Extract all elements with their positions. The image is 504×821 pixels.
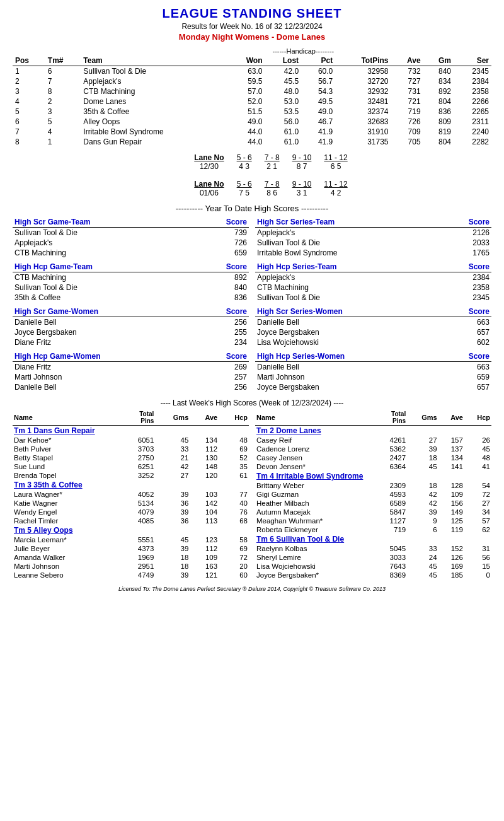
list-item: Danielle Bell 663	[255, 362, 491, 373]
list-item: CTB Machining 2358	[255, 282, 491, 293]
col-pins-left: Total Pins	[119, 410, 155, 426]
table-row: Laura Wagner* 4052 39 103 77	[13, 490, 249, 499]
table-row: Casey Reif 4261 27 157 26	[255, 436, 491, 445]
table-row: Rachel Timler 4085 36 113 68	[13, 516, 249, 525]
list-item: 35th & Coffee 836	[13, 293, 249, 303]
list-item: Sullivan Tool & Die 739	[13, 228, 249, 238]
team-name-row: Tm 5 Alley Oops	[13, 525, 249, 535]
table-row: Cadence Lorenz 5362 39 137 45	[255, 445, 491, 453]
list-item: Sullivan Tool & Die 2033	[255, 238, 491, 248]
list-item: Diane Fritz 234	[13, 337, 249, 347]
table-row: 3 8 CTB Machining 57.0 48.0 54.3 32932 7…	[13, 86, 491, 96]
hs-table: High Hcp Game-Team Score CTB Machining 8…	[13, 262, 249, 303]
col-ave-left: Ave	[190, 410, 219, 426]
table-row: Betty Stapel 2750 21 130 52	[13, 453, 249, 462]
high-scores-right: High Hcp Series-Team Score Applejack's 2…	[255, 262, 491, 303]
col-hcp-right: Hcp	[464, 410, 491, 426]
col-pos: Pos	[13, 55, 45, 66]
list-item: Irritable Bowl Syndrome 1765	[255, 248, 491, 258]
team-name-row: Tm 4 Irritable Bowl Syndrome	[255, 471, 491, 481]
col-totpins: TotPins	[335, 55, 391, 66]
hs-table: High Hcp Series-Team Score Applejack's 2…	[255, 262, 491, 303]
lane-table-2: Lane No 5 - 6 7 - 8 9 - 10 11 - 12 01/06…	[150, 180, 353, 197]
table-row: Gigi Guzman 4593 42 109 72	[255, 490, 491, 499]
high-scores-right: High Scr Series-Women Score Danielle Bel…	[255, 306, 491, 347]
list-item: Joyce Bergsbaken 657	[255, 382, 491, 392]
high-scores-container: High Scr Game-Team Score Sullivan Tool &…	[13, 217, 491, 392]
table-row: Marcia Leeman* 5551 45 123 58	[13, 535, 249, 544]
col-hcp-left: Hcp	[219, 410, 249, 426]
team-name-row: Tm 6 Sullivan Tool & Die	[255, 534, 491, 544]
col-gms-left: Gms	[155, 410, 190, 426]
handicap-header: ------Handicap--------	[13, 47, 335, 55]
list-item: Diane Fritz 269	[13, 362, 249, 373]
high-scores-right: High Hcp Series-Women Score Danielle Bel…	[255, 351, 491, 392]
high-scores-section: High Hcp Game-Team Score CTB Machining 8…	[13, 262, 491, 303]
header-league: Monday Night Womens - Dome Lanes	[13, 32, 491, 42]
list-item: CTB Machining 659	[13, 248, 249, 258]
col-gms-right: Gms	[407, 410, 438, 426]
list-item: Lisa Wojciehowski 602	[255, 337, 491, 347]
table-row: Sheryl Lemire 3033 24 126 56	[255, 553, 491, 562]
col-tm: Tm#	[45, 55, 81, 66]
player-table-right: Name Total Pins Gms Ave Hcp Tm 2 Dome La…	[255, 410, 491, 579]
list-item: Danielle Bell 256	[13, 382, 249, 392]
table-row: Wendy Engel 4079 39 104 76	[13, 508, 249, 516]
list-item: Joyce Bergsbaken 657	[255, 327, 491, 337]
high-scores-section: High Scr Game-Women Score Danielle Bell …	[13, 306, 491, 347]
table-row: Leanne Sebero 4749 39 121 60	[13, 571, 249, 579]
table-row: Heather Milbach 6589 42 156 27	[255, 499, 491, 508]
lane-section: Lane No 5 - 6 7 - 8 9 - 10 11 - 12 12/30…	[13, 153, 491, 197]
list-item: Joyce Bergsbaken 255	[13, 327, 249, 337]
table-row: Autumn Macejak 5847 39 149 34	[255, 508, 491, 516]
table-row: 5 3 35th & Coffee 51.5 53.5 49.0 32374 7…	[13, 107, 491, 117]
hs-table: High Scr Game-Team Score Sullivan Tool &…	[13, 217, 249, 258]
standings-table: ------Handicap-------- Pos Tm# Team Won …	[13, 47, 491, 147]
table-row: 8 1 Dans Gun Repair 44.0 61.0 41.9 31735…	[13, 137, 491, 147]
table-row: Katie Wagner 5134 36 142 40	[13, 499, 249, 508]
table-row: Meaghan Wuhrman* 1127 9 125 57	[255, 516, 491, 525]
list-item: Sullivan Tool & Die 2345	[255, 293, 491, 303]
table-row: 6 5 Alley Oops 49.0 56.0 46.7 32683 726 …	[13, 117, 491, 127]
col-ser: Ser	[454, 55, 491, 66]
list-item: Danielle Bell 256	[13, 317, 249, 328]
col-lost: Lost	[265, 55, 301, 66]
team-name-row: Tm 1 Dans Gun Repair	[13, 426, 249, 436]
year-high-title: ---------- Year To Date High Scores ----…	[13, 204, 491, 213]
list-item: CTB Machining 892	[13, 272, 249, 283]
col-name-left: Name	[13, 410, 119, 426]
hs-table: High Hcp Game-Women Score Diane Fritz 26…	[13, 351, 249, 392]
player-sections: Name Total Pins Gms Ave Hcp Tm 1 Dans Gu…	[13, 410, 491, 579]
hs-table: High Scr Series-Women Score Danielle Bel…	[255, 306, 491, 347]
table-row: Amanda Walker 1969 18 109 72	[13, 553, 249, 562]
hs-table: High Scr Game-Women Score Danielle Bell …	[13, 306, 249, 347]
header-subtitle: Results for Week No. 16 of 32 12/23/2024	[13, 22, 491, 31]
lane-table-1: Lane No 5 - 6 7 - 8 9 - 10 11 - 12 12/30…	[150, 153, 353, 171]
player-col-left: Name Total Pins Gms Ave Hcp Tm 1 Dans Gu…	[13, 410, 249, 579]
table-row: Brittany Weber 2309 18 128 54	[255, 481, 491, 490]
col-ave: Ave	[391, 55, 423, 66]
table-row: 2 7 Applejack's 59.5 45.5 56.7 32720 727…	[13, 76, 491, 86]
hs-table: High Scr Series-Team Score Applejack's 2…	[255, 217, 491, 258]
table-row: Dar Kehoe* 6051 45 134 48	[13, 436, 249, 445]
table-row: Marti Johnson 2951 18 163 20	[13, 562, 249, 571]
list-item: Sullivan Tool & Die 840	[13, 282, 249, 293]
table-row: Casey Jensen 2427 18 134 48	[255, 453, 491, 462]
col-ave-right: Ave	[438, 410, 464, 426]
table-row: Roberta Eickmeyer 719 6 119 62	[255, 525, 491, 534]
high-scores-left: High Scr Game-Team Score Sullivan Tool &…	[13, 217, 249, 258]
table-row: Raelynn Kolbas 5045 33 152 31	[255, 544, 491, 553]
last-week-title: ---- Last Week's High Scores (Week of 12…	[13, 399, 491, 407]
list-item: Marti Johnson 659	[255, 372, 491, 382]
high-scores-section: High Hcp Game-Women Score Diane Fritz 26…	[13, 351, 491, 392]
page-title: LEAGUE STANDING SHEET	[13, 6, 491, 21]
table-row: Devon Jensen* 6364 45 141 41	[255, 462, 491, 471]
col-pins-right: Total Pins	[375, 410, 407, 426]
high-scores-left: High Scr Game-Women Score Danielle Bell …	[13, 306, 249, 347]
col-pct: Pct	[301, 55, 335, 66]
high-scores-left: High Hcp Game-Women Score Diane Fritz 26…	[13, 351, 249, 392]
list-item: Applejack's 726	[13, 238, 249, 248]
table-row: Beth Pulver 3703 33 112 69	[13, 445, 249, 453]
table-row: 4 2 Dome Lanes 52.0 53.0 49.5 32481 721 …	[13, 96, 491, 107]
high-scores-right: High Scr Series-Team Score Applejack's 2…	[255, 217, 491, 258]
